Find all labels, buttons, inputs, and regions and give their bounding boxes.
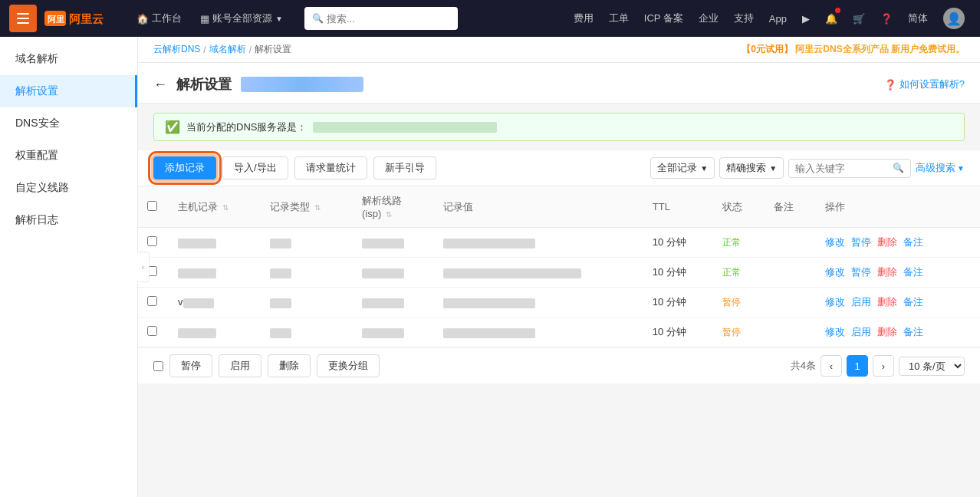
svg-rect-0 [17,13,29,15]
import-export-button[interactable]: 导入/导出 [222,156,288,179]
request-stats-button[interactable]: 请求量统计 [294,156,367,179]
header-select-all[interactable] [138,186,169,228]
sidebar-item-custom-line[interactable]: 自定义线路 [0,172,137,204]
nav-avatar[interactable]: 👤 [937,0,971,37]
dns-notice: ✅ 当前分配的DNS服务器是： [153,113,965,141]
search-input[interactable] [327,13,450,25]
svg-text:阿里: 阿里 [48,15,64,24]
add-record-button[interactable]: 添加记录 [153,156,216,179]
domain-name-blurred [241,77,363,92]
breadcrumb: 云解析DNS / 域名解析 / 解析设置 [153,43,291,56]
action-启用[interactable]: 启用 [851,296,871,308]
cell-host: v [169,288,261,318]
keyword-search-icon[interactable]: 🔍 [893,163,904,173]
row-checkbox[interactable] [147,236,157,246]
cell-record-value [434,228,643,258]
select-all-checkbox[interactable] [147,201,157,211]
action-暂停[interactable]: 暂停 [851,236,871,248]
page-size-select[interactable]: 10 条/页 20 条/页 50 条/页 [899,357,965,376]
filter-all-select[interactable]: 全部记录 ▼ [650,157,715,179]
action-备注[interactable]: 备注 [903,296,923,308]
nav-support[interactable]: 支持 [728,0,760,37]
action-备注[interactable]: 备注 [903,266,923,278]
col-status: 状态 [713,186,765,228]
svg-text:阿里云: 阿里云 [69,12,104,25]
keyword-input[interactable] [795,163,890,174]
row-checkbox[interactable] [147,326,157,336]
action-修改[interactable]: 修改 [825,266,845,278]
promo-banner[interactable]: 【0元试用】 阿里云DNS全系列产品 新用户免费试用。 [742,43,965,56]
logo[interactable]: 阿里 阿里云 [44,8,112,29]
how-to-link[interactable]: ❓ 如何设置解析? [884,77,965,91]
col-ttl: TTL [643,186,713,228]
nav-tickets[interactable]: 工单 [603,0,635,37]
sort-type-icon[interactable]: ⇅ [314,203,321,212]
nav-media[interactable]: ▶ [796,0,816,37]
keyword-search-box[interactable]: 🔍 [788,159,911,178]
sidebar-item-resolve-settings[interactable]: 解析设置 [0,75,137,107]
global-search[interactable]: 🔍 [304,7,458,30]
row-checkbox[interactable] [147,296,157,306]
nav-resources[interactable]: ▦ 账号全部资源 ▼ [191,0,292,37]
action-删除[interactable]: 删除 [877,296,897,308]
nav-language[interactable]: 简体 [902,0,934,37]
action-启用[interactable]: 启用 [851,326,871,337]
sidebar-item-domain-resolve[interactable]: 域名解析 [0,43,137,75]
nav-help[interactable]: ❓ [874,0,899,37]
page-1-button[interactable]: 1 [847,355,868,377]
home-icon: 🏠 [136,13,149,25]
menu-toggle-button[interactable] [9,5,37,32]
action-修改[interactable]: 修改 [825,236,845,248]
batch-enable-button[interactable]: 启用 [219,354,261,377]
advanced-search-button[interactable]: 高级搜索 ▼ [916,161,965,175]
nav-icp[interactable]: ICP 备案 [638,0,689,37]
col-host: 主机记录 ⇅ [169,186,261,228]
guide-button[interactable]: 新手引导 [373,156,436,179]
sidebar-item-resolve-log[interactable]: 解析日志 [0,204,137,236]
cell-record-value [434,318,643,347]
sidebar-item-weight-config[interactable]: 权重配置 [0,140,137,172]
next-page-button[interactable]: › [873,355,894,377]
action-备注[interactable]: 备注 [903,236,923,248]
nav-workbench[interactable]: 🏠 工作台 [127,0,191,37]
precise-search-select[interactable]: 精确搜索 ▼ [719,157,784,179]
action-修改[interactable]: 修改 [825,326,845,337]
sort-host-icon[interactable]: ⇅ [222,203,229,212]
sidebar-item-dns-security[interactable]: DNS安全 [0,107,137,140]
cell-line [353,258,434,288]
nav-cart[interactable]: 🛒 [847,0,871,37]
prev-page-button[interactable]: ‹ [821,355,842,377]
nav-enterprise[interactable]: 企业 [692,0,725,37]
user-avatar: 👤 [943,8,965,29]
batch-actions: 暂停 启用 删除 更换分组 [153,354,380,377]
nav-app[interactable]: App [763,0,793,37]
sidebar-collapse-button[interactable]: ‹ [137,252,150,282]
nav-bell[interactable]: 🔔 [819,0,844,37]
question-icon: ❓ [884,79,896,91]
breadcrumb-domain-resolve[interactable]: 域名解析 [209,43,246,56]
cell-status: 暂停 [713,318,765,347]
batch-select-checkbox[interactable] [153,361,163,371]
action-删除[interactable]: 删除 [877,236,897,248]
cell-actions: 修改暂停删除备注 [816,258,980,288]
total-count: 共4条 [791,359,816,373]
table-header-row: 主机记录 ⇅ 记录类型 ⇅ 解析线路(isp) ⇅ 记录值 [138,186,980,228]
action-修改[interactable]: 修改 [825,296,845,308]
sort-line-icon[interactable]: ⇅ [386,210,392,219]
nav-fees[interactable]: 费用 [567,0,600,37]
help-icon: ❓ [880,13,893,25]
page-title-row: ← 解析设置 [153,75,363,94]
dropdown-arrow3-icon: ▼ [957,164,965,173]
cell-line [353,318,434,347]
action-删除[interactable]: 删除 [877,326,897,337]
batch-delete-button[interactable]: 删除 [268,354,311,377]
batch-pause-button[interactable]: 暂停 [169,354,212,377]
main-layout: 域名解析 解析设置 DNS安全 权重配置 自定义线路 解析日志 ‹ 云解析DNS… [0,37,980,497]
action-暂停[interactable]: 暂停 [851,266,871,278]
action-删除[interactable]: 删除 [877,266,897,278]
breadcrumb-dns[interactable]: 云解析DNS [153,43,200,56]
action-备注[interactable]: 备注 [903,326,923,337]
cell-note [765,258,816,288]
batch-change-group-button[interactable]: 更换分组 [317,354,380,377]
back-button[interactable]: ← [153,77,167,93]
